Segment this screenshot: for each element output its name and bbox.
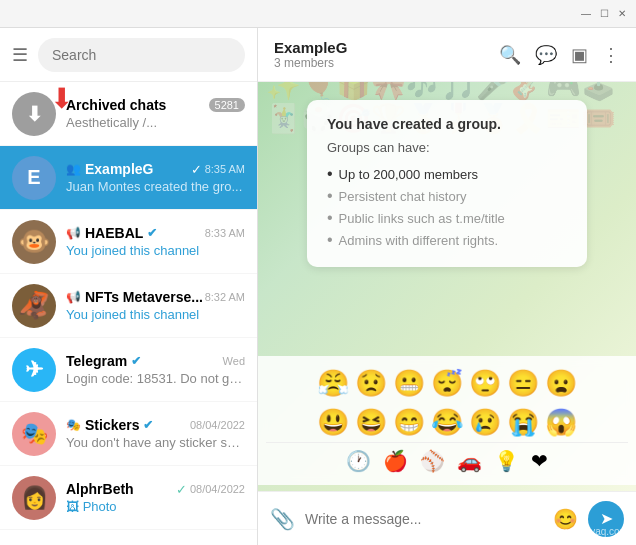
emoji-6[interactable]: 😑 bbox=[507, 368, 539, 399]
chat-item-alphr[interactable]: 👩 AlphrBeth ✓ 08/04/2022 🖼 Photo bbox=[0, 466, 257, 530]
tick-icon-alphr: ✓ bbox=[176, 482, 187, 497]
app-container: ☰ ⬇ Archived chats 5281 Aesthetically /.… bbox=[0, 28, 636, 545]
emoji-tab-objects[interactable]: 💡 bbox=[494, 449, 519, 473]
emoji-11[interactable]: 😂 bbox=[431, 407, 463, 438]
feature-links: Public links such as t.me/title bbox=[327, 207, 567, 229]
chat-item-archived[interactable]: ⬇ Archived chats 5281 Aesthetically /...… bbox=[0, 82, 257, 146]
emoji-1[interactable]: 😤 bbox=[317, 368, 349, 399]
chat-info-archived: Archived chats 5281 Aesthetically /... bbox=[66, 97, 245, 130]
emoji-3[interactable]: 😬 bbox=[393, 368, 425, 399]
emoji-2[interactable]: 😟 bbox=[355, 368, 387, 399]
chat-name-row-exampleg: 👥 ExampleG ✓ 8:35 AM bbox=[66, 161, 245, 177]
close-button[interactable]: ✕ bbox=[616, 8, 628, 20]
emoji-14[interactable]: 😱 bbox=[545, 407, 577, 438]
group-created-card: You have created a group. Groups can hav… bbox=[307, 100, 587, 267]
title-bar: — ☐ ✕ bbox=[0, 0, 636, 28]
header-icons: 🔍 💬 ▣ ⋮ bbox=[499, 44, 620, 66]
avatar-alphr: 👩 bbox=[12, 476, 56, 520]
group-created-title: You have created a group. bbox=[327, 116, 567, 132]
sidebar: ☰ ⬇ Archived chats 5281 Aesthetically /.… bbox=[0, 28, 258, 545]
maximize-button[interactable]: ☐ bbox=[598, 8, 610, 20]
haebal-preview: You joined this channel bbox=[66, 243, 245, 258]
avatar-haebal: 🐵 bbox=[12, 220, 56, 264]
chat-item-telegram[interactable]: ✈ Telegram ✔ Wed Login code: 18531. Do n… bbox=[0, 338, 257, 402]
emoji-7[interactable]: 😦 bbox=[545, 368, 577, 399]
chat-item-stickers[interactable]: 🎭 🎭 Stickers ✔ 08/04/2022 You don't have… bbox=[0, 402, 257, 466]
emoji-tab-sports[interactable]: ⚾ bbox=[420, 449, 445, 473]
exampleg-preview: Juan Montes created the gro... bbox=[66, 179, 245, 194]
alphr-preview: 🖼 Photo bbox=[66, 499, 245, 514]
stickers-name-text: Stickers bbox=[85, 417, 139, 433]
chat-area: 😊😂🎉🥳😍🤩😎🎊🌟💫✨🎈🎁🎀🎶🎵🎤🎸🎮🕹️🃏🎲🎯🏆🥇🎖️🏅🎗️🎫🎟️ Examp… bbox=[258, 28, 636, 545]
attach-button[interactable]: 📎 bbox=[270, 507, 295, 531]
send-icon: ➤ bbox=[600, 509, 613, 528]
emoji-panel: 😤 😟 😬 😴 🙄 😑 😦 😃 😆 😁 😂 😢 😭 😱 🕐 🍎 bbox=[258, 356, 636, 485]
emoji-tab-food[interactable]: 🍎 bbox=[383, 449, 408, 473]
chat-name-alphr: AlphrBeth bbox=[66, 481, 134, 497]
emoji-9[interactable]: 😆 bbox=[355, 407, 387, 438]
chat-name-haebal: 📢 HAEBAL ✔ bbox=[66, 225, 157, 241]
archived-badge: 5281 bbox=[209, 98, 245, 112]
nfts-preview: You joined this channel bbox=[66, 307, 245, 322]
emoji-tab-recent[interactable]: 🕐 bbox=[346, 449, 371, 473]
minimize-button[interactable]: — bbox=[580, 8, 592, 20]
emoji-tab-hearts[interactable]: ❤ bbox=[531, 449, 548, 473]
alphr-preview-text: Photo bbox=[83, 499, 117, 514]
verified-icon-stickers: ✔ bbox=[143, 418, 153, 432]
chat-name-archived: Archived chats bbox=[66, 97, 166, 113]
group-icon: 👥 bbox=[66, 162, 81, 176]
chat-info-stickers: 🎭 Stickers ✔ 08/04/2022 You don't have a… bbox=[66, 417, 245, 450]
menu-icon[interactable]: ☰ bbox=[12, 44, 28, 66]
emoji-button[interactable]: 😊 bbox=[553, 507, 578, 531]
send-button[interactable]: ➤ bbox=[588, 501, 624, 537]
tick-icon-exampleg: ✓ bbox=[191, 162, 202, 177]
chat-name-exampleg: 👥 ExampleG bbox=[66, 161, 153, 177]
emoji-row-2: 😃 😆 😁 😂 😢 😭 😱 bbox=[266, 403, 628, 442]
megaphone-icon: 📢 bbox=[66, 226, 81, 240]
verified-icon-haebal: ✔ bbox=[147, 226, 157, 240]
telegram-name-text: Telegram bbox=[66, 353, 127, 369]
avatar-nfts: 🦧 bbox=[12, 284, 56, 328]
chat-list: ⬇ Archived chats 5281 Aesthetically /...… bbox=[0, 82, 257, 545]
feature-admins: Admins with different rights. bbox=[327, 229, 567, 251]
search-header-button[interactable]: 🔍 bbox=[499, 44, 521, 66]
feature-history: Persistent chat history bbox=[327, 185, 567, 207]
emoji-tab-travel[interactable]: 🚗 bbox=[457, 449, 482, 473]
alphr-time: 08/04/2022 bbox=[190, 483, 245, 495]
input-bar: 📎 😊 ➤ bbox=[258, 491, 636, 545]
mute-header-button[interactable]: ▣ bbox=[571, 44, 588, 66]
emoji-10[interactable]: 😁 bbox=[393, 407, 425, 438]
chat-info-alphr: AlphrBeth ✓ 08/04/2022 🖼 Photo bbox=[66, 481, 245, 514]
chat-item-exampleg[interactable]: E 👥 ExampleG ✓ 8:35 AM Juan Montes creat… bbox=[0, 146, 257, 210]
avatar-archived: ⬇ bbox=[12, 92, 56, 136]
stickers-time: 08/04/2022 bbox=[190, 419, 245, 431]
stickers-preview: You don't have any sticker se... bbox=[66, 435, 245, 450]
chat-item-haebal[interactable]: 🐵 📢 HAEBAL ✔ 8:33 AM You joined this cha… bbox=[0, 210, 257, 274]
chat-name-row-nfts: 📢 NFTs Metaverse... ✔ 8:32 AM bbox=[66, 289, 245, 305]
chat-header-info: ExampleG 3 members bbox=[274, 39, 487, 70]
chat-name-row-haebal: 📢 HAEBAL ✔ 8:33 AM bbox=[66, 225, 245, 241]
emoji-8[interactable]: 😃 bbox=[317, 407, 349, 438]
emoji-4[interactable]: 😴 bbox=[431, 368, 463, 399]
chat-info-nfts: 📢 NFTs Metaverse... ✔ 8:32 AM You joined… bbox=[66, 289, 245, 322]
search-input[interactable] bbox=[38, 38, 245, 72]
message-input[interactable] bbox=[305, 501, 543, 537]
alphr-name-text: AlphrBeth bbox=[66, 481, 134, 497]
video-header-button[interactable]: 💬 bbox=[535, 44, 557, 66]
exampleg-time: 8:35 AM bbox=[205, 163, 245, 175]
chat-header: ExampleG 3 members 🔍 💬 ▣ ⋮ bbox=[258, 28, 636, 82]
more-header-button[interactable]: ⋮ bbox=[602, 44, 620, 66]
chat-name-row-alphr: AlphrBeth ✓ 08/04/2022 bbox=[66, 481, 245, 497]
sidebar-header: ☰ bbox=[0, 28, 257, 82]
emoji-5[interactable]: 🙄 bbox=[469, 368, 501, 399]
chat-item-nfts[interactable]: 🦧 📢 NFTs Metaverse... ✔ 8:32 AM You join… bbox=[0, 274, 257, 338]
avatar-telegram: ✈ bbox=[12, 348, 56, 392]
nfts-time: 8:32 AM bbox=[205, 291, 245, 303]
chat-header-name: ExampleG bbox=[274, 39, 487, 56]
emoji-row-1: 😤 😟 😬 😴 🙄 😑 😦 bbox=[266, 364, 628, 403]
emoji-12[interactable]: 😢 bbox=[469, 407, 501, 438]
emoji-13[interactable]: 😭 bbox=[507, 407, 539, 438]
emoji-tabs: 🕐 🍎 ⚾ 🚗 💡 ❤ bbox=[266, 442, 628, 477]
verified-icon-telegram: ✔ bbox=[131, 354, 141, 368]
exampleg-time-row: ✓ 8:35 AM bbox=[191, 162, 245, 177]
